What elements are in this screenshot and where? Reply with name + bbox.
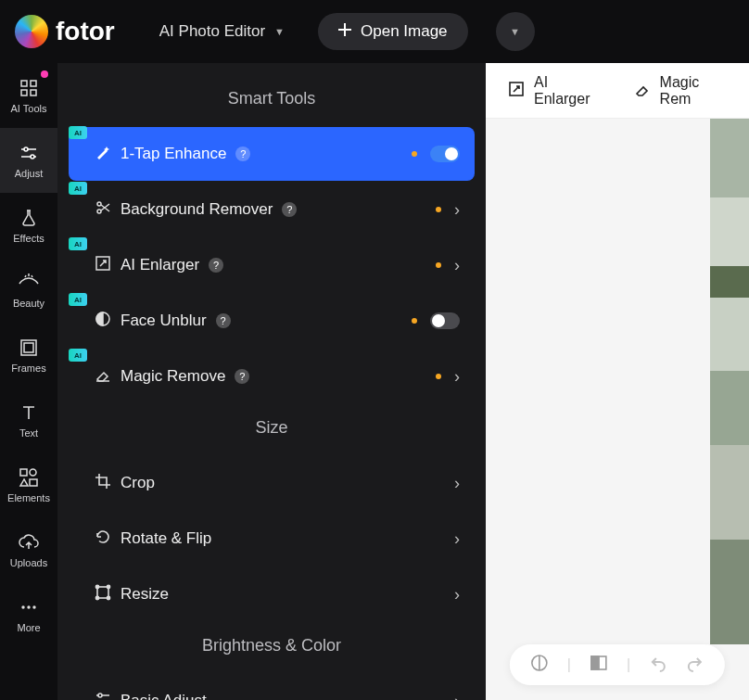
notification-dot-icon [41,70,48,78]
premium-dot-icon [436,262,441,268]
svg-point-19 [107,585,109,588]
ai-badge-icon: AI [69,237,87,250]
rail-item-ai-tools[interactable]: AI Tools [0,63,57,128]
svg-point-11 [27,605,30,608]
undo-icon[interactable] [649,654,667,676]
rail-item-adjust[interactable]: Adjust [0,128,57,193]
rail-item-frames[interactable]: Frames [0,323,57,388]
toggle-face-unblur[interactable] [430,312,460,329]
svg-rect-3 [31,90,36,95]
toggle-knob-icon [432,314,445,327]
rail-label: Effects [13,233,44,244]
adjust-panel: Smart Tools AI 1-Tap Enhance? AI Backgro… [57,63,486,700]
tool-resize[interactable]: Resize › [69,567,475,621]
rail-label: Adjust [15,168,44,179]
section-title-size: Size [69,418,475,438]
svg-point-22 [98,694,102,697]
rail-item-uploads[interactable]: Uploads [0,517,57,582]
tool-label: Face Unblur [121,312,207,330]
rail-label: Uploads [10,557,47,568]
tool-magic-remove[interactable]: AI Magic Remove? › [69,350,475,403]
rail-item-more[interactable]: More [0,582,57,647]
redo-icon[interactable] [686,654,705,676]
rail-label: Elements [7,492,50,503]
rotate-icon [95,528,111,549]
premium-dot-icon [436,207,441,212]
chevron-right-icon: › [454,474,460,493]
tool-face-unblur[interactable]: AI Face Unblur? [69,294,475,348]
tool-background-remover[interactable]: AI Background Remover? › [69,183,475,236]
logo-icon [15,15,48,48]
svg-point-14 [97,210,101,213]
editor-mode-dropdown[interactable]: AI Photo Editor ▼ [159,22,285,41]
open-image-dropdown[interactable]: ▼ [496,12,535,51]
canvas-stage[interactable]: | | [486,119,749,700]
logo[interactable]: fotor [15,15,115,48]
canvas-tool-label: Magic Rem [660,74,727,108]
chevron-right-icon: › [454,256,460,275]
tool-ai-enlarger[interactable]: AI AI Enlarger? › [69,238,475,292]
divider-icon: | [567,656,571,673]
tool-rotate-flip[interactable]: Rotate & Flip › [69,512,475,566]
eraser-icon [95,366,111,387]
sparkle-grid-icon [19,78,39,98]
svg-point-9 [30,469,36,476]
svg-rect-27 [591,656,599,669]
sliders-icon [19,143,39,163]
toggle-knob-icon [445,147,458,160]
ai-badge-icon: AI [69,293,87,306]
tool-label: Crop [121,474,155,492]
chevron-right-icon: › [454,200,460,220]
rail-label: Beauty [13,298,44,309]
svg-point-5 [31,155,34,159]
rail-label: AI Tools [11,103,47,114]
rail-item-text[interactable]: Text [0,388,57,452]
eye-icon [19,273,39,293]
help-icon[interactable]: ? [235,146,250,161]
toggle-1tap-enhance[interactable] [430,146,460,162]
shapes-icon [19,467,39,488]
tool-crop[interactable]: Crop › [69,456,475,510]
chevron-right-icon: › [454,367,460,387]
premium-dot-icon [412,151,417,157]
rail-item-beauty[interactable]: Beauty [0,258,57,323]
canvas-toolbar: AI Enlarger Magic Rem [486,63,749,119]
chevron-right-icon: › [454,692,460,701]
rail-item-elements[interactable]: Elements [0,452,57,517]
canvas-tool-magic-remove[interactable]: Magic Rem [634,74,727,108]
tool-basic-adjust[interactable]: Basic Adjust › [69,674,475,700]
split-view-icon[interactable] [590,654,608,676]
flask-icon [19,208,39,228]
rail-label: Text [19,427,38,439]
svg-point-18 [95,585,98,588]
svg-point-12 [32,605,35,608]
upload-cloud-icon [19,532,39,553]
rail-label: Frames [11,363,45,374]
open-image-button[interactable]: Open Image [318,13,468,50]
ai-badge-icon: AI [69,126,87,139]
compare-icon[interactable] [530,654,549,676]
svg-rect-1 [31,81,36,86]
divider-icon: | [627,656,630,673]
canvas-bottom-actions: | | [510,644,725,685]
chevron-right-icon: › [454,529,460,549]
text-icon [19,402,39,423]
help-icon[interactable]: ? [282,202,297,217]
premium-dot-icon [436,374,441,379]
frame-icon [19,337,39,358]
canvas-area: AI Enlarger Magic Rem | | [486,63,749,700]
tool-1tap-enhance[interactable]: AI 1-Tap Enhance? [69,127,475,181]
help-icon[interactable]: ? [209,258,223,273]
tool-label: Background Remover [121,200,273,219]
chevron-right-icon: › [454,585,460,605]
canvas-tool-ai-enlarger[interactable]: AI Enlarger [508,74,601,108]
svg-point-10 [21,605,24,608]
resize-icon [95,584,111,605]
svg-rect-17 [97,587,108,598]
help-icon[interactable]: ? [235,369,249,384]
help-icon[interactable]: ? [216,313,231,328]
eraser-icon [634,81,651,101]
open-image-label: Open Image [361,22,448,41]
rail-item-effects[interactable]: Effects [0,193,57,258]
tool-label: Rotate & Flip [121,529,211,548]
